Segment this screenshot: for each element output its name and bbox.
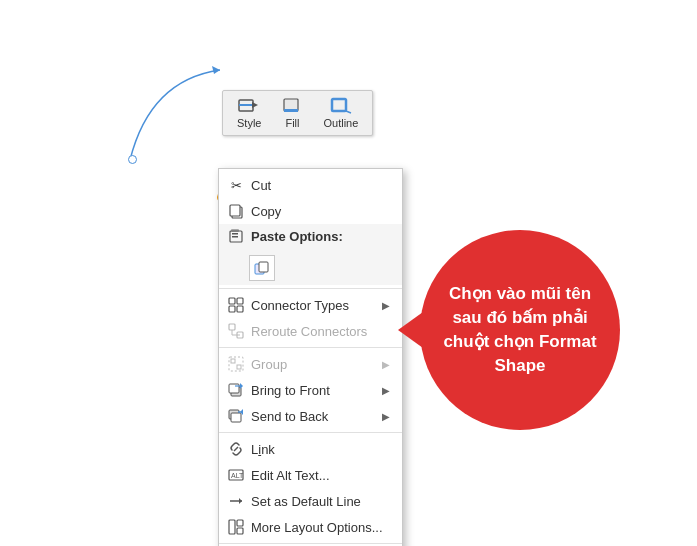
handle-start[interactable] bbox=[128, 155, 137, 164]
svg-rect-13 bbox=[232, 236, 238, 238]
send-back-arrow: ▶ bbox=[382, 411, 390, 422]
menu-item-paste-options: Paste Options: bbox=[219, 224, 402, 285]
menu-group-label: Group bbox=[251, 357, 376, 372]
fill-icon bbox=[281, 97, 303, 115]
outline-label: Outline bbox=[323, 117, 358, 129]
separator-2 bbox=[219, 347, 402, 348]
svg-rect-25 bbox=[231, 359, 235, 363]
svg-text:ALT: ALT bbox=[231, 472, 244, 479]
svg-rect-9 bbox=[230, 205, 240, 216]
connector-types-icon bbox=[227, 296, 245, 314]
menu-item-edit-alt-text[interactable]: ALT Edit Alt Text... bbox=[219, 462, 402, 488]
svg-rect-17 bbox=[237, 298, 243, 304]
link-icon bbox=[227, 440, 245, 458]
menu-item-copy[interactable]: Copy bbox=[219, 198, 402, 224]
menu-item-send-to-back[interactable]: Send to Back ▶ bbox=[219, 403, 402, 429]
toolbar-fill-button[interactable]: Fill bbox=[275, 95, 309, 131]
menu-send-back-label: Send to Back bbox=[251, 409, 376, 424]
cut-icon: ✂ bbox=[227, 176, 245, 194]
svg-rect-26 bbox=[237, 365, 241, 369]
svg-rect-32 bbox=[231, 413, 241, 422]
svg-rect-18 bbox=[229, 306, 235, 312]
paste-options-label: Paste Options: bbox=[251, 229, 343, 244]
menu-more-layout-label: More Layout Options... bbox=[251, 520, 390, 535]
menu-item-reroute: Reroute Connectors bbox=[219, 318, 402, 344]
toolbar-style-button[interactable]: Style bbox=[231, 95, 267, 131]
reroute-icon bbox=[227, 322, 245, 340]
menu-item-bring-to-front[interactable]: Bring to Front ▶ bbox=[219, 377, 402, 403]
menu-link-label: Link bbox=[251, 442, 390, 457]
svg-marker-38 bbox=[239, 498, 242, 504]
separator-3 bbox=[219, 432, 402, 433]
menu-bring-front-label: Bring to Front bbox=[251, 383, 376, 398]
svg-rect-12 bbox=[232, 233, 238, 235]
edit-alt-text-icon: ALT bbox=[227, 466, 245, 484]
menu-item-cut[interactable]: ✂ Cut bbox=[219, 172, 402, 198]
svg-rect-20 bbox=[229, 324, 235, 330]
menu-set-default-label: Set as Default Line bbox=[251, 494, 390, 509]
fill-label: Fill bbox=[285, 117, 299, 129]
menu-item-link[interactable]: Link bbox=[219, 436, 402, 462]
floating-toolbar: Style Fill Outline bbox=[222, 90, 373, 136]
svg-rect-28 bbox=[229, 384, 239, 393]
style-label: Style bbox=[237, 117, 261, 129]
svg-rect-19 bbox=[237, 306, 243, 312]
svg-rect-16 bbox=[229, 298, 235, 304]
bring-front-arrow: ▶ bbox=[382, 385, 390, 396]
group-arrow: ▶ bbox=[382, 359, 390, 370]
svg-line-7 bbox=[346, 111, 351, 113]
menu-edit-alt-label: Edit Alt Text... bbox=[251, 468, 390, 483]
copy-icon bbox=[227, 202, 245, 220]
separator-1 bbox=[219, 288, 402, 289]
svg-rect-15 bbox=[259, 262, 268, 272]
svg-rect-6 bbox=[332, 99, 346, 111]
svg-rect-39 bbox=[229, 520, 235, 534]
more-layout-icon bbox=[227, 518, 245, 536]
callout-bubble: Chọn vào mũi tên sau đó bấm phải chuột c… bbox=[420, 230, 620, 430]
menu-item-more-layout[interactable]: More Layout Options... bbox=[219, 514, 402, 540]
bring-to-front-icon bbox=[227, 381, 245, 399]
svg-rect-40 bbox=[237, 520, 243, 526]
menu-item-connector-types[interactable]: Connector Types ▶ bbox=[219, 292, 402, 318]
callout-text: Chọn vào mũi tên sau đó bấm phải chuột c… bbox=[440, 282, 600, 377]
outline-icon bbox=[330, 97, 352, 115]
menu-cut-label: Cut bbox=[251, 178, 390, 193]
canvas: Style Fill Outline bbox=[0, 0, 697, 546]
paste-keep-source-btn[interactable] bbox=[249, 255, 275, 281]
toolbar-outline-button[interactable]: Outline bbox=[317, 95, 364, 131]
menu-reroute-label: Reroute Connectors bbox=[251, 324, 390, 339]
svg-rect-41 bbox=[237, 528, 243, 534]
send-to-back-icon bbox=[227, 407, 245, 425]
set-default-line-icon bbox=[227, 492, 245, 510]
menu-copy-label: Copy bbox=[251, 204, 390, 219]
menu-item-set-default-line[interactable]: Set as Default Line bbox=[219, 488, 402, 514]
separator-4 bbox=[219, 543, 402, 544]
menu-item-group: Group ▶ bbox=[219, 351, 402, 377]
paste-options-icon bbox=[227, 227, 245, 245]
group-icon bbox=[227, 355, 245, 373]
context-menu: ✂ Cut Copy bbox=[218, 168, 403, 546]
svg-rect-5 bbox=[284, 109, 298, 112]
menu-connector-types-label: Connector Types bbox=[251, 298, 376, 313]
connector-line bbox=[100, 60, 240, 180]
svg-marker-3 bbox=[252, 102, 258, 108]
svg-marker-0 bbox=[212, 66, 220, 74]
connector-types-arrow: ▶ bbox=[382, 300, 390, 311]
style-icon bbox=[238, 97, 260, 115]
